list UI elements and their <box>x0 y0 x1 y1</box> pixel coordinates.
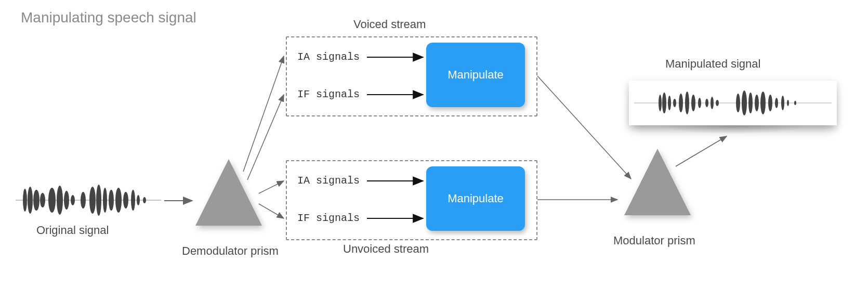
arrows-layer <box>0 0 868 287</box>
svg-line-46 <box>243 56 284 172</box>
svg-line-49 <box>259 204 284 218</box>
svg-line-54 <box>537 76 631 179</box>
svg-line-56 <box>676 136 727 166</box>
svg-line-48 <box>259 181 284 193</box>
